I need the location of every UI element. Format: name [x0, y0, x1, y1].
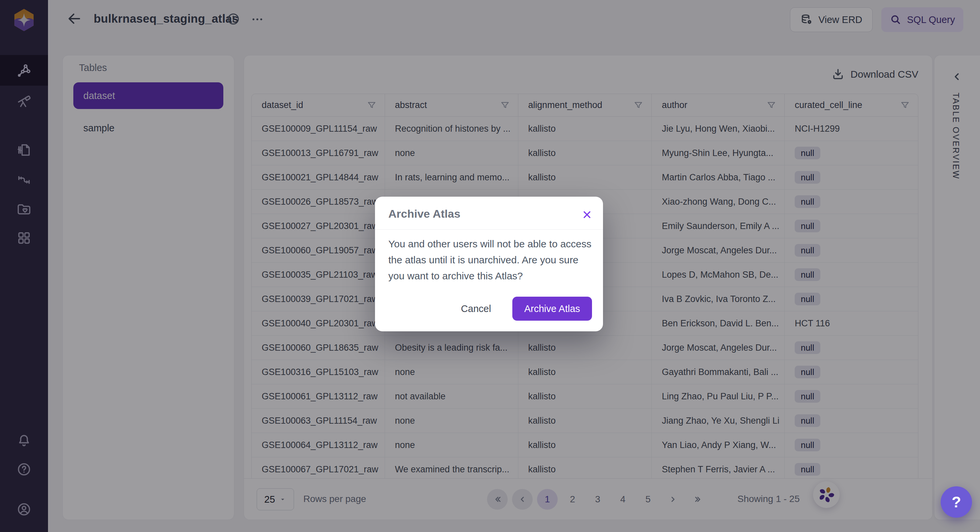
- archive-atlas-button[interactable]: Archive Atlas: [512, 297, 592, 321]
- close-icon: [581, 209, 593, 220]
- archive-atlas-modal: Archive Atlas You and other users will n…: [375, 197, 603, 331]
- modal-title: Archive Atlas: [388, 207, 460, 220]
- cancel-button[interactable]: Cancel: [454, 297, 498, 321]
- modal-body-text: You and other users will not be able to …: [388, 236, 593, 284]
- modal-divider: [375, 229, 603, 230]
- help-beacon-button[interactable]: ?: [941, 486, 972, 518]
- close-button[interactable]: [580, 207, 594, 222]
